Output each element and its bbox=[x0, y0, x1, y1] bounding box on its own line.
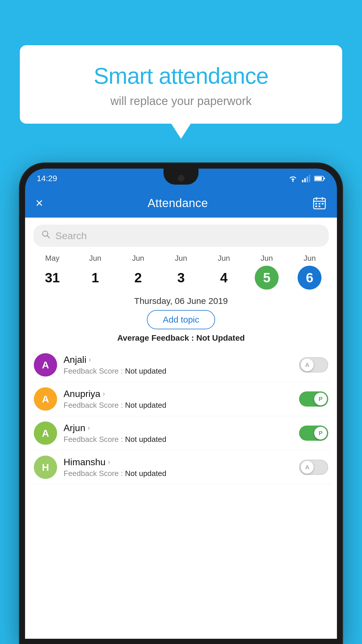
svg-rect-1 bbox=[302, 180, 303, 182]
student-feedback: Feedback Score : Not updated bbox=[64, 367, 299, 376]
chevron-icon: › bbox=[103, 390, 105, 398]
status-time: 14:29 bbox=[37, 174, 57, 183]
student-info: Anupriya ›Feedback Score : Not updated bbox=[64, 388, 299, 410]
signal-icon bbox=[302, 175, 310, 182]
cal-day-3[interactable]: Jun3 bbox=[169, 254, 193, 290]
svg-rect-15 bbox=[315, 206, 317, 207]
chevron-icon: › bbox=[88, 424, 90, 432]
cal-date: 6 bbox=[298, 266, 321, 290]
student-name: Anjali › bbox=[64, 354, 299, 365]
attendance-toggle[interactable]: P bbox=[299, 426, 328, 441]
cal-day-6[interactable]: Jun6 bbox=[298, 254, 321, 290]
student-feedback: Feedback Score : Not updated bbox=[64, 469, 299, 478]
student-name: Anupriya › bbox=[64, 388, 299, 399]
avg-feedback: Average Feedback : Not Updated bbox=[25, 333, 337, 343]
cal-month: May bbox=[45, 254, 59, 263]
feedback-value: Not updated bbox=[125, 435, 166, 444]
app-content: Search May31Jun1Jun2Jun3Jun4Jun5Jun6 Thu… bbox=[25, 218, 337, 639]
cal-month: Jun bbox=[175, 254, 187, 263]
student-item[interactable]: AAnjali ›Feedback Score : Not updatedA bbox=[31, 348, 331, 382]
svg-rect-7 bbox=[324, 178, 325, 179]
toggle-container[interactable]: A bbox=[299, 357, 328, 372]
student-info: Arjun ›Feedback Score : Not updated bbox=[64, 423, 299, 444]
cal-day-2[interactable]: Jun2 bbox=[126, 254, 150, 290]
student-item[interactable]: AAnupriya ›Feedback Score : Not updatedP bbox=[31, 382, 331, 416]
attendance-toggle[interactable]: P bbox=[299, 391, 328, 407]
cal-month: Jun bbox=[303, 254, 316, 263]
attendance-toggle[interactable]: A bbox=[299, 460, 328, 475]
toggle-thumb: A bbox=[301, 461, 314, 474]
cal-date: 31 bbox=[41, 266, 64, 290]
svg-rect-12 bbox=[315, 203, 317, 204]
status-bar: 14:29 bbox=[25, 169, 337, 188]
wifi-icon bbox=[288, 175, 298, 182]
calendar-icon[interactable] bbox=[312, 196, 326, 210]
phone-inner: 14:29 bbox=[25, 169, 337, 639]
toggle-container[interactable]: A bbox=[299, 460, 328, 475]
toggle-thumb: P bbox=[314, 427, 327, 440]
cal-date: 5 bbox=[255, 266, 279, 290]
status-icons bbox=[288, 175, 325, 182]
student-item[interactable]: AArjun ›Feedback Score : Not updatedP bbox=[31, 416, 331, 450]
svg-rect-4 bbox=[309, 175, 310, 182]
camera-dot bbox=[178, 175, 184, 181]
svg-rect-16 bbox=[319, 206, 320, 207]
svg-rect-3 bbox=[307, 176, 308, 182]
cal-date: 1 bbox=[83, 266, 107, 290]
cal-month: Jun bbox=[261, 254, 273, 263]
feedback-value: Not updated bbox=[125, 469, 166, 478]
toggle-container[interactable]: P bbox=[299, 426, 328, 441]
chevron-icon: › bbox=[108, 458, 110, 466]
app-bar: × Attendance bbox=[25, 188, 337, 218]
cal-date: 2 bbox=[126, 266, 150, 290]
toggle-container[interactable]: P bbox=[299, 391, 328, 407]
svg-rect-14 bbox=[322, 203, 324, 204]
cal-month: Jun bbox=[218, 254, 230, 263]
student-feedback: Feedback Score : Not updated bbox=[64, 401, 299, 410]
student-info: Anjali ›Feedback Score : Not updated bbox=[64, 354, 299, 376]
cal-day-5[interactable]: Jun5 bbox=[255, 254, 279, 290]
svg-rect-2 bbox=[304, 178, 306, 182]
cal-month: Jun bbox=[132, 254, 144, 263]
student-info: Himanshu ›Feedback Score : Not updated bbox=[64, 457, 299, 478]
selected-date-label: Thursday, 06 June 2019 bbox=[25, 296, 337, 306]
svg-rect-13 bbox=[319, 203, 320, 204]
svg-rect-6 bbox=[315, 177, 322, 180]
speech-bubble: Smart attendance will replace your paper… bbox=[20, 45, 342, 124]
cal-date: 3 bbox=[169, 266, 193, 290]
attendance-toggle[interactable]: A bbox=[299, 357, 328, 372]
feedback-value: Not updated bbox=[125, 367, 166, 375]
cal-day-4[interactable]: Jun4 bbox=[212, 254, 236, 290]
add-topic-button[interactable]: Add topic bbox=[147, 310, 215, 329]
student-item[interactable]: HHimanshu ›Feedback Score : Not updatedA bbox=[31, 450, 331, 484]
bubble-title: Smart attendance bbox=[34, 63, 328, 89]
phone-frame: 14:29 bbox=[20, 163, 342, 644]
calendar-strip: May31Jun1Jun2Jun3Jun4Jun5Jun6 bbox=[25, 251, 337, 290]
app-bar-title: Attendance bbox=[147, 197, 208, 210]
search-input-placeholder: Search bbox=[55, 230, 87, 242]
toggle-thumb: A bbox=[301, 358, 314, 371]
chevron-icon: › bbox=[89, 356, 91, 364]
student-avatar: A bbox=[34, 387, 57, 411]
cal-date: 4 bbox=[212, 266, 236, 290]
search-icon bbox=[41, 230, 51, 242]
student-name: Himanshu › bbox=[64, 457, 299, 468]
battery-icon bbox=[314, 175, 325, 182]
student-feedback: Feedback Score : Not updated bbox=[64, 435, 299, 444]
student-avatar: A bbox=[34, 353, 57, 377]
notch bbox=[164, 169, 198, 185]
toggle-thumb: P bbox=[314, 393, 327, 405]
svg-point-0 bbox=[292, 181, 294, 182]
feedback-value: Not updated bbox=[125, 401, 166, 410]
bubble-subtitle: will replace your paperwork bbox=[34, 94, 328, 108]
cal-day-1[interactable]: Jun1 bbox=[83, 254, 107, 290]
cal-month: Jun bbox=[89, 254, 101, 263]
speech-bubble-container: Smart attendance will replace your paper… bbox=[20, 45, 342, 124]
search-bar[interactable]: Search bbox=[33, 225, 329, 247]
close-button[interactable]: × bbox=[36, 196, 43, 210]
student-avatar: H bbox=[34, 456, 57, 479]
student-list: AAnjali ›Feedback Score : Not updatedAAA… bbox=[25, 348, 337, 484]
cal-day-31[interactable]: May31 bbox=[41, 254, 64, 290]
svg-line-18 bbox=[47, 235, 50, 238]
student-name: Arjun › bbox=[64, 423, 299, 433]
